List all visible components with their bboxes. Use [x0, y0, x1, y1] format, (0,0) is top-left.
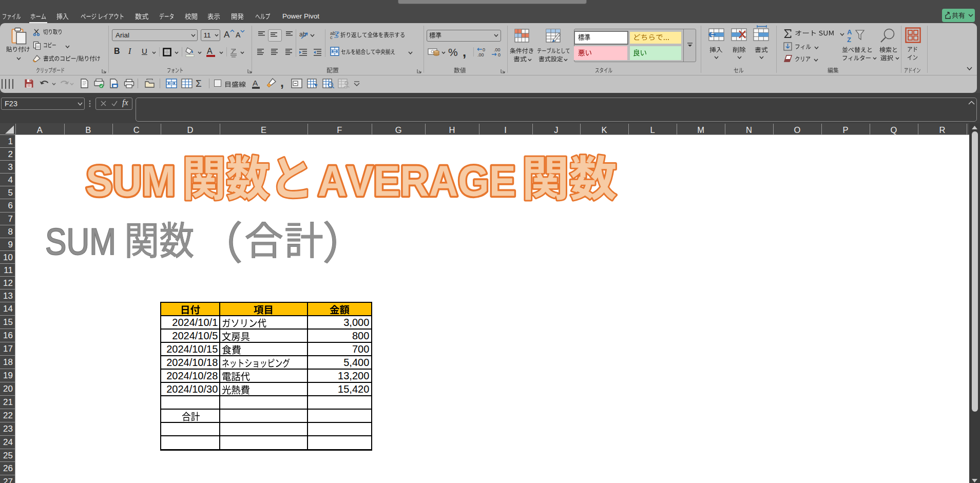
svg-text:A: A: [847, 28, 852, 36]
svg-text:0: 0: [498, 52, 501, 57]
svg-text:c: c: [330, 34, 333, 40]
svg-text:.00: .00: [477, 52, 484, 57]
svg-text:.00: .00: [494, 47, 501, 52]
svg-text:0: 0: [483, 47, 485, 52]
svg-text:Z: Z: [847, 36, 851, 43]
